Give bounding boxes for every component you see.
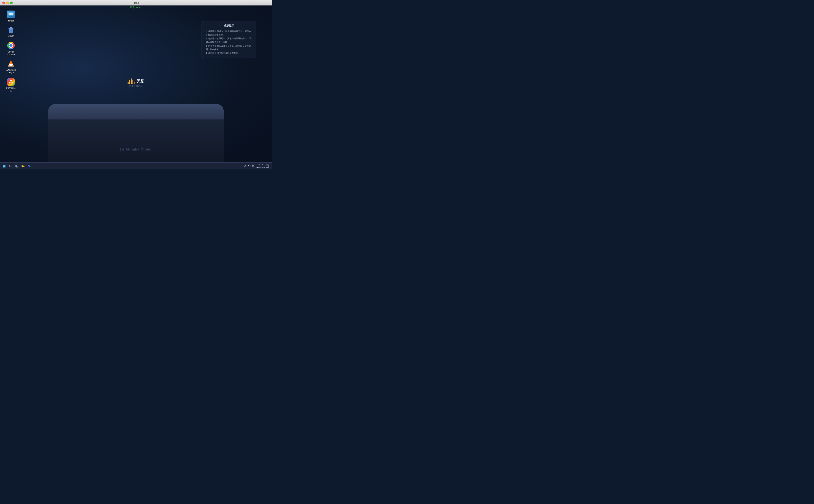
maximize-button[interactable] — [10, 2, 13, 4]
alibaba-cloud-logo: [-] Alibaba Cloud — [120, 147, 151, 152]
svg-rect-2 — [10, 16, 12, 16]
recycle-icon-label: 回收站 — [8, 35, 14, 37]
notice-item-3: 3. 为节省资源低碳办公，退出云桌面前，请在桌面卡片中关机。 — [206, 44, 253, 51]
volume-tray-icon[interactable] — [248, 165, 250, 167]
svg-rect-28 — [17, 165, 18, 166]
taskbar: 英 10:14 2022/11/4 — [0, 162, 272, 169]
computer-icon-label: 此电脑 — [8, 19, 14, 22]
edge-button[interactable] — [27, 163, 32, 169]
svg-rect-24 — [4, 166, 5, 167]
notice-item-4: 4. 请您在使用过程中及时保存数据。 — [206, 51, 253, 55]
svg-point-12 — [9, 44, 12, 47]
time-display: 10:14 — [257, 163, 263, 166]
titlebar: xiang — [0, 0, 272, 5]
svg-rect-32 — [267, 165, 268, 167]
search-button[interactable] — [8, 163, 13, 169]
desktop-icon-vlc[interactable]: VLC media player — [4, 59, 18, 75]
svg-rect-30 — [17, 166, 18, 167]
svg-rect-17 — [8, 66, 14, 67]
notice-panel: 温馨提示 1. 请谨慎使用VPN、防火墙类网络工具，可能会引起桌面连接异常。 2… — [201, 21, 256, 58]
chrome-svg — [7, 42, 15, 49]
system-tray: 英 10:14 2022/11/4 — [242, 163, 271, 169]
bar-2 — [129, 80, 130, 84]
svg-rect-3 — [9, 16, 13, 17]
files-icon — [21, 165, 25, 167]
recycle-icon — [7, 26, 15, 34]
svg-rect-22 — [4, 165, 5, 166]
notice-item-2: 2. 请勿进行禁用网卡、更改路由等网络操作，可能会导致桌面无法连接。 — [206, 37, 253, 44]
wuying-bars-icon — [128, 78, 135, 84]
wuying-text: 无影 — [136, 79, 144, 84]
edge-icon — [28, 165, 31, 168]
vlc-icon — [7, 60, 15, 68]
svg-marker-31 — [248, 165, 249, 167]
notice-title: 温馨提示 — [205, 24, 253, 28]
search-icon — [9, 165, 12, 167]
bar-5 — [134, 82, 135, 84]
computer-svg — [8, 12, 14, 17]
clock[interactable]: 10:14 2022/11/4 — [255, 163, 265, 169]
files-button[interactable] — [20, 163, 26, 169]
vlc-icon-label: VLC media player — [5, 69, 17, 74]
desktop-icon-recycle[interactable]: 回收站 — [4, 25, 18, 39]
desktop-icon-area: 此电脑 回收站 — [4, 9, 18, 93]
notice-item-1: 1. 请谨慎使用VPN、防火墙类网络工具，可能会引起桌面连接异常。 — [206, 29, 253, 37]
bar-4 — [132, 80, 133, 84]
wuying-logo: 无影 阿里云端产品 — [128, 78, 144, 84]
device-curve — [48, 104, 224, 119]
notification-button[interactable] — [266, 165, 269, 168]
svg-rect-21 — [3, 165, 4, 166]
language-indicator[interactable]: 英 — [252, 164, 254, 168]
svg-rect-27 — [16, 165, 17, 166]
start-button[interactable] — [1, 163, 7, 169]
svg-rect-23 — [3, 166, 4, 167]
window-controls — [2, 2, 13, 4]
close-button[interactable] — [2, 2, 5, 4]
window-title: xiang — [133, 1, 139, 4]
bar-3 — [131, 78, 132, 84]
chrome-icon-label: GoogleChrome — [7, 50, 15, 56]
volume-icon — [248, 165, 250, 167]
svg-rect-1 — [9, 13, 13, 15]
network-icon — [244, 165, 247, 167]
start-icon — [3, 165, 6, 168]
appcenter-icon-label: 无影应用中心 — [6, 87, 16, 93]
device-illustration: 无影 阿里云端产品 [-] Alibaba Cloud — [48, 92, 224, 162]
device-body: [-] Alibaba Cloud — [48, 104, 224, 162]
desktop-icon-chrome[interactable]: GoogleChrome — [4, 40, 18, 57]
taskview-button[interactable] — [14, 163, 20, 169]
computer-icon — [7, 11, 15, 18]
taskview-icon — [15, 165, 18, 167]
notification-icon — [266, 165, 268, 167]
notice-items: 1. 请谨慎使用VPN、防火墙类网络工具，可能会引起桌面连接异常。 2. 请勿进… — [205, 29, 253, 55]
date-display: 2022/11/4 — [255, 166, 265, 169]
network-tray-icon[interactable] — [244, 165, 247, 167]
chrome-icon — [7, 42, 15, 49]
recycle-svg — [8, 26, 14, 34]
svg-line-26 — [11, 167, 12, 167]
vlc-svg — [7, 60, 14, 67]
desktop-icon-computer[interactable]: 此电脑 — [4, 9, 18, 23]
desktop: 延迟: 47 ms 此电脑 — [0, 5, 272, 162]
svg-point-25 — [10, 165, 11, 167]
wuying-subtitle: 阿里云端产品 — [129, 85, 142, 87]
appcenter-svg — [7, 78, 15, 86]
svg-rect-29 — [16, 166, 17, 167]
svg-rect-6 — [10, 27, 12, 28]
appcenter-icon — [7, 78, 15, 86]
minimize-button[interactable] — [6, 2, 9, 4]
bar-1 — [128, 82, 129, 84]
desktop-icon-appcenter[interactable]: 无影应用中心 — [4, 77, 18, 94]
